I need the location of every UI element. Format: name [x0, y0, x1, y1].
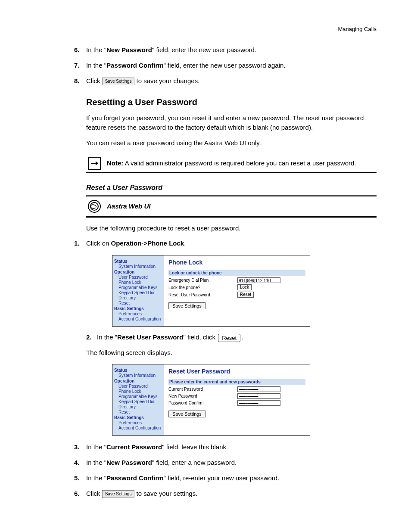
panel-strip: Lock or unlock the phone: [168, 270, 305, 276]
sidebar2-item-reset[interactable]: Reset: [114, 410, 162, 414]
label-reset-user-password: Reset User Password: [168, 292, 237, 297]
note-block: Note: A valid administrator password is …: [86, 154, 377, 173]
web-ui-block: Aastra Web UI: [86, 195, 377, 218]
arrow-right-icon: [88, 157, 101, 170]
sidebar-2: Status System Information Operation User…: [112, 364, 164, 435]
step-4: 4. In the "New Password" field, enter a …: [34, 458, 377, 467]
web-ui-text: Aastra Web UI: [107, 202, 150, 210]
save-settings-inline-button[interactable]: Save Settings: [102, 78, 135, 85]
new-password-input[interactable]: ••••••••••••••••••: [237, 393, 280, 399]
sidebar-item-system-information[interactable]: System Information: [114, 264, 162, 269]
step-1: 1. Click on Operation->Phone Lock.: [34, 239, 377, 248]
lock-button[interactable]: Lock: [237, 284, 252, 290]
sidebar-item-preferences[interactable]: Preferences: [114, 311, 162, 316]
save-settings-inline-button-2[interactable]: Save Settings: [102, 490, 135, 498]
subheading-reset-user-password: Reset a User Password: [86, 184, 377, 192]
screenshot-reset-password: Status System Information Operation User…: [112, 364, 310, 436]
sidebar-item-reset[interactable]: Reset: [114, 301, 162, 305]
reset-paragraph-1: If you forget your password, you can res…: [34, 113, 377, 132]
sidebar2-status[interactable]: Status: [114, 368, 162, 373]
svg-marker-1: [96, 161, 98, 165]
sidebar-item-user-password[interactable]: User Password: [114, 275, 162, 280]
sidebar-item-phone-lock[interactable]: Phone Lock: [114, 280, 162, 285]
page-header: Managing Calls: [34, 26, 377, 32]
sidebar2-item-phone-lock[interactable]: Phone Lock: [114, 389, 162, 394]
row-password-confirm: Password Confirm ••••••••••••••••••: [168, 400, 305, 406]
sidebar-item-account-configuration[interactable]: Account Configuration: [114, 317, 162, 321]
sidebar2-basic-settings[interactable]: Basic Settings: [114, 415, 162, 420]
sidebar-item-directory[interactable]: Directory: [114, 296, 162, 300]
reset-inline-button[interactable]: Reset: [218, 334, 240, 342]
sidebar-operation[interactable]: Operation: [114, 270, 162, 274]
reset-button[interactable]: Reset: [237, 292, 254, 298]
sidebar2-item-user-password[interactable]: User Password: [114, 384, 162, 389]
current-password-input[interactable]: ••••••••••••••••••: [237, 386, 280, 392]
sidebar-item-programmable-keys[interactable]: Programmable Keys: [114, 285, 162, 290]
save-settings-button[interactable]: Save Settings: [168, 302, 206, 309]
sidebar2-operation[interactable]: Operation: [114, 379, 162, 383]
step-3: 3. In the "Current Password" field, leav…: [34, 442, 377, 452]
step-2: 2. In the "Reset User Password" field, c…: [86, 333, 377, 342]
sidebar2-item-keypad-speed-dial[interactable]: Keypad Speed Dial: [114, 399, 162, 404]
row-emergency-dial-plan: Emergency Dial Plan 911|999|112|110: [168, 277, 305, 283]
password-confirm-input[interactable]: ••••••••••••••••••: [237, 400, 280, 406]
label-new-password: New Password: [168, 394, 237, 398]
sidebar-basic-settings[interactable]: Basic Settings: [114, 306, 162, 311]
main-panel-phone-lock: Phone Lock Lock or unlock the phone Emer…: [164, 255, 310, 326]
panel2-strip: Please enter the current and new passwor…: [168, 379, 305, 385]
label-emergency-dial-plan: Emergency Dial Plan: [168, 278, 237, 283]
row-lock-phone: Lock the phone? Lock: [168, 284, 305, 290]
heading-resetting-password: Resetting a User Password: [86, 97, 377, 107]
step-6-prev: 6. In the "New Password" field, enter th…: [34, 45, 377, 55]
main-panel-reset-password: Reset User Password Please enter the cur…: [164, 364, 310, 435]
label-lock-phone: Lock the phone?: [168, 285, 237, 290]
webui-instruction: Use the following procedure to reset a u…: [34, 224, 377, 233]
step-5: 5. In the "Password Confirm" field, re-e…: [34, 473, 377, 483]
row-reset-user-password: Reset User Password Reset: [168, 292, 305, 298]
note-text: Note: A valid administrator password is …: [107, 159, 356, 167]
sidebar2-item-system-information[interactable]: System Information: [114, 373, 162, 378]
screenshot-phone-lock: Status System Information Operation User…: [112, 255, 310, 327]
row-new-password: New Password ••••••••••••••••••: [168, 393, 305, 399]
emergency-dial-plan-input[interactable]: 911|999|112|110: [237, 277, 280, 283]
row-current-password: Current Password ••••••••••••••••••: [168, 386, 305, 392]
globe-icon: [88, 200, 101, 213]
step-8-prev: 8. Click Save Settings to save your chan…: [34, 76, 377, 86]
sidebar2-item-account-configuration[interactable]: Account Configuration: [114, 426, 162, 430]
sidebar-status[interactable]: Status: [114, 259, 162, 264]
label-current-password: Current Password: [168, 387, 237, 392]
panel2-title: Reset User Password: [168, 368, 305, 375]
sidebar: Status System Information Operation User…: [112, 255, 164, 326]
step-6: 6. Click Save Settings to save your sett…: [34, 489, 377, 498]
step-7-prev: 7. In the "Password Confirm" field, ente…: [34, 61, 377, 70]
save-settings-button-2[interactable]: Save Settings: [168, 411, 206, 417]
sidebar-item-keypad-speed-dial[interactable]: Keypad Speed Dial: [114, 290, 162, 295]
sidebar2-item-directory[interactable]: Directory: [114, 404, 162, 409]
label-password-confirm: Password Confirm: [168, 401, 237, 405]
panel-title: Phone Lock: [168, 259, 305, 266]
reset-paragraph-2: You can reset a user password using the …: [34, 138, 377, 148]
sidebar2-item-programmable-keys[interactable]: Programmable Keys: [114, 394, 162, 399]
sidebar2-item-preferences[interactable]: Preferences: [114, 420, 162, 425]
step-2-after: The following screen displays.: [34, 348, 377, 358]
